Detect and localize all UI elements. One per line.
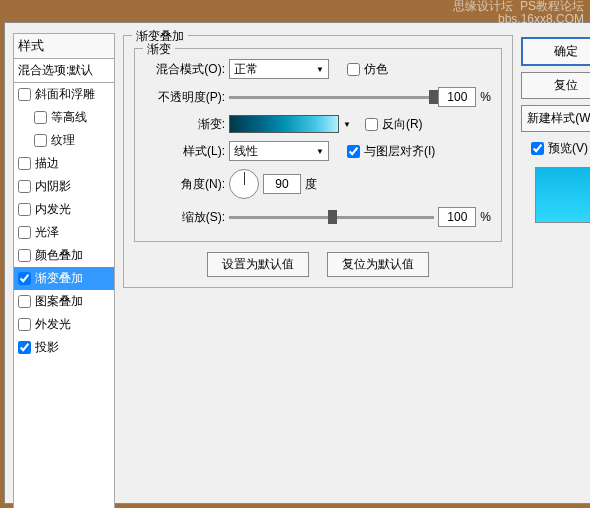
scale-input[interactable] <box>438 207 476 227</box>
gradient-picker-label: 渐变: <box>145 116 225 133</box>
blend-mode-combo[interactable]: 正常 ▼ <box>229 59 329 79</box>
checkbox-inner-shadow[interactable] <box>18 180 31 193</box>
blend-options-default[interactable]: 混合选项:默认 <box>13 59 115 83</box>
checkbox-inner-glow[interactable] <box>18 203 31 216</box>
watermark: 思缘设计坛 PS教程论坛 bbs.16xx8.COM <box>453 0 584 26</box>
chevron-down-icon: ▼ <box>316 65 324 74</box>
preview-swatch <box>535 167 590 223</box>
style-inner-shadow[interactable]: 内阴影 <box>14 175 114 198</box>
angle-unit: 度 <box>305 176 317 193</box>
opacity-label: 不透明度(P): <box>145 89 225 106</box>
ok-button[interactable]: 确定 <box>521 37 590 66</box>
opacity-input[interactable] <box>438 87 476 107</box>
angle-dial[interactable] <box>229 169 259 199</box>
style-inner-glow[interactable]: 内发光 <box>14 198 114 221</box>
opacity-slider[interactable] <box>229 96 434 99</box>
reverse-checkbox[interactable]: 反向(R) <box>365 116 423 133</box>
style-gradient-overlay[interactable]: 渐变叠加 <box>14 267 114 290</box>
style-pattern-overlay[interactable]: 图案叠加 <box>14 290 114 313</box>
opacity-unit: % <box>480 90 491 104</box>
style-bevel[interactable]: 斜面和浮雕 <box>14 83 114 106</box>
chevron-down-icon[interactable]: ▼ <box>343 120 351 129</box>
new-style-button[interactable]: 新建样式(W)... <box>521 105 590 132</box>
gradient-overlay-panel: 渐变叠加 渐变 混合模式(O): 正常 ▼ 仿色 不透明度(P): <box>123 33 513 495</box>
style-stroke[interactable]: 描边 <box>14 152 114 175</box>
angle-input[interactable] <box>263 174 301 194</box>
style-color-overlay[interactable]: 颜色叠加 <box>14 244 114 267</box>
style-drop-shadow[interactable]: 投影 <box>14 336 114 359</box>
style-contour[interactable]: 等高线 <box>14 106 114 129</box>
dialog-title: 图层样式 <box>0 0 64 2</box>
dither-checkbox[interactable]: 仿色 <box>347 61 388 78</box>
section-title: 渐变 <box>143 41 175 58</box>
dialog-buttons-panel: 确定 复位 新建样式(W)... 预览(V) <box>521 33 590 495</box>
style-outer-glow[interactable]: 外发光 <box>14 313 114 336</box>
chevron-down-icon: ▼ <box>316 147 324 156</box>
style-label: 样式(L): <box>145 143 225 160</box>
scale-unit: % <box>480 210 491 224</box>
checkbox-contour[interactable] <box>34 111 47 124</box>
style-satin[interactable]: 光泽 <box>14 221 114 244</box>
checkbox-gradient-overlay[interactable] <box>18 272 31 285</box>
blend-mode-label: 混合模式(O): <box>145 61 225 78</box>
scale-slider[interactable] <box>229 216 434 219</box>
checkbox-outer-glow[interactable] <box>18 318 31 331</box>
align-checkbox[interactable]: 与图层对齐(I) <box>347 143 435 160</box>
checkbox-bevel[interactable] <box>18 88 31 101</box>
checkbox-texture[interactable] <box>34 134 47 147</box>
styles-panel: 样式 混合选项:默认 斜面和浮雕 等高线 纹理 描边 内阴影 内发光 光泽 颜色… <box>13 33 115 495</box>
cancel-button[interactable]: 复位 <box>521 72 590 99</box>
style-texture[interactable]: 纹理 <box>14 129 114 152</box>
checkbox-drop-shadow[interactable] <box>18 341 31 354</box>
reset-default-button[interactable]: 复位为默认值 <box>327 252 429 277</box>
gradient-picker[interactable] <box>229 115 339 133</box>
angle-label: 角度(N): <box>145 176 225 193</box>
style-combo[interactable]: 线性 ▼ <box>229 141 329 161</box>
checkbox-stroke[interactable] <box>18 157 31 170</box>
set-default-button[interactable]: 设置为默认值 <box>207 252 309 277</box>
scale-label: 缩放(S): <box>145 209 225 226</box>
layer-style-dialog: 样式 混合选项:默认 斜面和浮雕 等高线 纹理 描边 内阴影 内发光 光泽 颜色… <box>4 22 590 504</box>
styles-header[interactable]: 样式 <box>13 33 115 59</box>
checkbox-satin[interactable] <box>18 226 31 239</box>
checkbox-color-overlay[interactable] <box>18 249 31 262</box>
style-list: 斜面和浮雕 等高线 纹理 描边 内阴影 内发光 光泽 颜色叠加 渐变叠加 图案叠… <box>13 83 115 508</box>
checkbox-pattern-overlay[interactable] <box>18 295 31 308</box>
preview-checkbox[interactable]: 预览(V) <box>531 140 590 157</box>
